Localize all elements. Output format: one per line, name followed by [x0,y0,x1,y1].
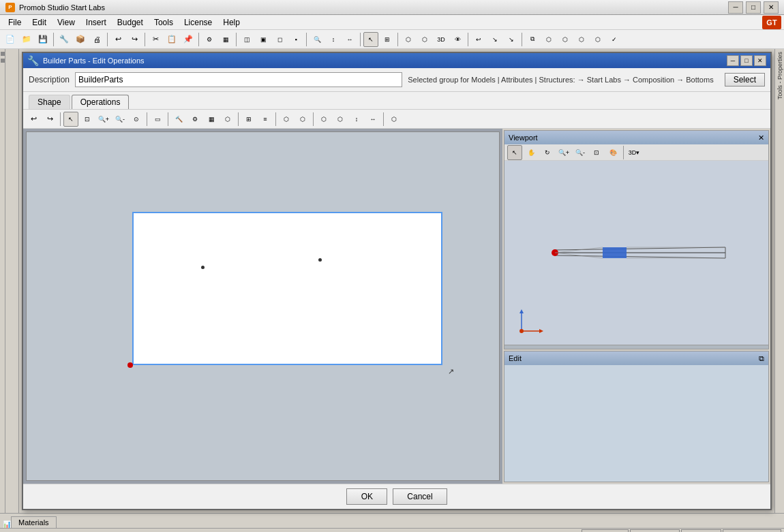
tb2-t2[interactable]: ⚙ [187,112,202,127]
copy-btn[interactable]: 📋 [164,32,179,47]
vp-orbit[interactable]: ↻ [540,145,555,160]
tool15[interactable]: ↩ [471,32,486,47]
tb2-t3[interactable]: ▦ [204,112,219,127]
tool11[interactable]: ⬡ [401,32,416,47]
dialog-controls[interactable]: ─ □ ✕ [727,55,766,66]
tb2-zoomout[interactable]: 🔍- [112,112,127,127]
vp-zoomin[interactable]: 🔍+ [556,145,571,160]
tb2-t10[interactable]: ⬡ [333,112,348,127]
redo-btn[interactable]: ↪ [127,32,142,47]
dialog-maximize[interactable]: □ [740,55,753,66]
tool10[interactable]: ⊞ [380,32,395,47]
menu-tools[interactable]: Tools [149,15,179,30]
tb2-zoomreset[interactable]: ⊙ [129,112,144,127]
tb2-undo[interactable]: ↩ [26,112,41,127]
tb2-pointer[interactable]: ↖ [63,112,78,127]
tool16[interactable]: ↘ [487,32,502,47]
tb2-redo[interactable]: ↪ [42,112,57,127]
tb2-zoomin[interactable]: 🔍+ [96,112,111,127]
vp-3d[interactable]: 3D▾ [627,145,642,160]
tool21[interactable]: ⬡ [574,32,589,47]
vp-select[interactable]: ↖ [507,145,522,160]
dot2 [318,258,322,262]
show-button[interactable]: 👁 Show ▾ [582,529,629,533]
tool6[interactable]: ▪ [288,32,303,47]
tb2-t6[interactable]: ≡ [258,112,273,127]
paste-btn[interactable]: 📌 [181,32,196,47]
viewport-content[interactable] [504,161,768,345]
cut-btn[interactable]: ✂ [148,32,163,47]
vp-fit[interactable]: ⊡ [589,145,604,160]
minimize-button[interactable]: ─ [728,1,743,14]
menu-insert[interactable]: Insert [80,15,112,30]
tool4[interactable]: ▣ [256,32,271,47]
tool8[interactable]: ↕ [326,32,341,47]
vp-material[interactable]: 🎨 [605,145,620,160]
menu-license[interactable]: License [179,15,217,30]
canvas-panel[interactable]: ↗ [23,129,502,484]
save-btn[interactable]: 💾 [35,32,50,47]
open-btn[interactable]: 📁 [19,32,34,47]
edit-expand[interactable]: ⧉ [759,354,764,363]
joints-button[interactable]: ⬡ Joints [681,529,722,533]
undo-btn[interactable]: ↩ [110,32,125,47]
svg-rect-4 [603,247,627,258]
close-button[interactable]: ✕ [764,1,779,14]
dialog-close[interactable]: ✕ [754,55,766,66]
tool13[interactable]: 3D [434,32,449,47]
menu-edit[interactable]: Edit [27,15,52,30]
tool1[interactable]: ⚙ [202,32,217,47]
tool2[interactable]: ▦ [218,32,233,47]
menu-budget[interactable]: Budget [112,15,149,30]
dialog-minimize[interactable]: ─ [727,55,739,66]
maximize-button[interactable]: □ [746,1,761,14]
tb2-t1[interactable]: 🔨 [171,112,186,127]
tool12[interactable]: ⬡ [417,32,432,47]
tb2-t12[interactable]: ↔ [365,112,380,127]
tb2-t8[interactable]: ⬡ [295,112,310,127]
materials-tab[interactable]: Materials [11,516,57,528]
viewport-close[interactable]: ✕ [758,134,764,142]
select-tool[interactable]: ↖ [363,32,378,47]
description-input[interactable] [75,72,402,87]
tool5[interactable]: ◻ [272,32,287,47]
tool14[interactable]: 👁 [450,32,465,47]
edit-content [504,365,768,482]
menu-help[interactable]: Help [217,15,245,30]
new-btn[interactable]: 📄 [3,32,18,47]
tool20[interactable]: ⬡ [558,32,573,47]
tool19[interactable]: ⬡ [541,32,556,47]
menu-view[interactable]: View [52,15,80,30]
ok-button[interactable]: OK [346,488,387,505]
tb2-t5[interactable]: ⊞ [241,112,256,127]
vp-zoomout[interactable]: 🔍- [573,145,588,160]
tb2-zoomfit[interactable]: ⊡ [80,112,95,127]
tb2-t7[interactable]: ⬡ [279,112,294,127]
tb2-rect[interactable]: ▭ [150,112,165,127]
tab-shape[interactable]: Shape [29,95,70,109]
auto-lower-button[interactable]: ⬇ Auto Lower [723,529,781,533]
sep3 [145,33,145,46]
tool7[interactable]: 🔍 [310,32,325,47]
tb3[interactable]: 🖨 [89,32,104,47]
tool17[interactable]: ↘ [504,32,519,47]
collision-button[interactable]: ⬡ Collision [630,529,680,533]
select-button[interactable]: Select [725,73,765,87]
tab-operations[interactable]: Operations [72,95,130,109]
viewport-scrollbar[interactable] [504,345,768,349]
tb2-t13[interactable]: ⬡ [387,112,402,127]
tool23[interactable]: ✓ [607,32,622,47]
menu-file[interactable]: File [3,15,27,30]
tool22[interactable]: ⬡ [590,32,605,47]
tb2-t11[interactable]: ↕ [349,112,364,127]
title-bar-controls[interactable]: ─ □ ✕ [728,1,779,14]
tool18[interactable]: ⧉ [525,32,540,47]
tb1[interactable]: 🔧 [57,32,72,47]
tool3[interactable]: ◫ [239,32,254,47]
tb2-t9[interactable]: ⬡ [316,112,331,127]
tb2-t4[interactable]: ⬡ [220,112,235,127]
tool9[interactable]: ↔ [342,32,357,47]
tb2[interactable]: 📦 [73,32,88,47]
vp-hand[interactable]: ✋ [524,145,539,160]
cancel-button[interactable]: Cancel [393,488,447,505]
